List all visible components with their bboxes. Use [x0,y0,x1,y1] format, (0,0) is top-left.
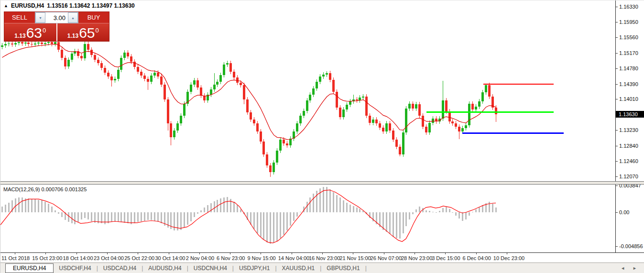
candle-body [71,54,73,60]
price-axis[interactable]: 1.163301.159501.155601.151701.147801.143… [615,0,644,252]
candle-body [451,121,454,123]
macd-histogram-bar [77,212,79,222]
macd-histogram-bar [286,212,288,230]
candle-body [133,62,136,67]
time-axis-tick [507,253,507,254]
macd-histogram-bar [223,197,225,212]
time-axis-tick [353,253,353,254]
candle-body [415,104,417,108]
time-axis[interactable]: 11 Oct 201815 Oct 23:0018 Oct 14:0023 Oc… [0,252,644,262]
candle-body [104,68,106,73]
volume-increase-button[interactable]: ▲ [68,12,78,23]
macd-histogram-bar [409,212,410,219]
tab-xauusd-h1[interactable]: XAUUSD,H1 [277,265,320,272]
candle-body [372,120,374,123]
time-axis-tick [322,253,323,254]
candle-body [226,63,229,65]
time-axis-tick [476,253,477,254]
time-axis-label: 9 Nov 15:00 [247,255,275,261]
candle-body [173,131,175,137]
tab-gbpusd-h1[interactable]: GBPUSD,H1 [321,265,365,272]
panel-divider[interactable] [0,181,644,185]
macd-histogram-bar [41,200,43,212]
macd-histogram-bar [28,198,29,212]
time-axis-tick [415,253,415,254]
candle-body [369,116,371,123]
macd-histogram-bar [465,212,467,219]
candle-body [485,85,487,92]
candle-body [306,100,308,111]
sell-button[interactable]: SELL [4,12,35,23]
candle-body [495,108,497,114]
tabs-scroll-left-icon[interactable]: ◄ [621,266,625,271]
ask-price-display[interactable]: 1.13650 [57,23,109,41]
candle-body [170,123,172,137]
candle-body [299,116,302,124]
macd-histogram-bar [359,209,360,212]
bid-price-display[interactable]: 1.13630 [4,23,56,41]
time-axis-label: 11 Oct 2018 [1,255,30,261]
candle-body [137,67,139,72]
macd-histogram-bar [151,212,152,220]
macd-histogram-bar [157,212,159,222]
candle-body [322,75,325,76]
candle-body [130,56,132,62]
tab-usdjpy-h1[interactable]: USDJPY,H1 [234,265,275,272]
price-axis-label: 1.15170 [619,50,638,56]
macd-axis-label: 0.00 [619,209,629,215]
price-axis-label: 1.14390 [619,81,638,87]
macd-histogram-bar [214,201,215,212]
tab-eurusd-h4[interactable]: EURUSD,H4 [5,263,54,273]
macd-histogram-bar [475,209,477,212]
candle-body [180,116,182,124]
macd-histogram-bar [263,212,264,240]
candle-body [229,63,232,72]
candle-body [326,73,328,75]
candle-body [422,116,424,127]
price-axis-label: 1.12460 [619,158,638,164]
macd-histogram-bar [31,199,33,212]
candle-body [418,104,421,115]
candle-body [455,123,457,127]
symbol-collapse-icon[interactable]: ▲ [4,3,8,8]
macd-histogram-bar [336,195,338,213]
volume-decrease-button[interactable]: ▼ [35,12,45,23]
tabs-scroll-right-icon[interactable]: ► [633,266,637,271]
tab-usdchf-h4[interactable]: USDCHF,H4 [54,265,96,272]
candle-body [67,60,70,66]
candle-body [27,43,30,44]
tab-separator: | [365,265,367,272]
candle-body [266,154,268,165]
candle-body [8,44,10,44]
ask-price-small: 1.13 [67,33,78,39]
macd-histogram-bar [81,212,82,219]
candle-body [312,88,315,95]
candle-body [349,101,351,105]
candle-body [471,104,474,110]
candle-body [425,127,427,132]
volume-input[interactable] [45,12,68,23]
tab-usdcnh-h4[interactable]: USDCNH,H4 [188,265,232,272]
tab-usdcad-h4[interactable]: USDCAD,H4 [98,265,142,272]
macd-histogram-bar [273,212,274,243]
ask-price-big: 65 [79,27,95,39]
candle-body [359,98,361,100]
bid-price-small: 1.13 [14,33,25,39]
macd-histogram-bar [141,212,142,221]
macd-histogram-bar [293,212,295,221]
macd-histogram-bar [449,209,450,212]
time-axis-tick [169,253,169,254]
macd-histogram-bar [91,212,92,221]
bid-price-big: 63 [26,27,42,39]
buy-button[interactable]: BUY [78,12,109,23]
candle-body [153,73,156,76]
time-axis-tick [45,253,46,254]
tab-audusd-h4[interactable]: AUDUSD,H4 [143,265,186,272]
candle-body [44,43,46,44]
time-axis-tick [230,253,230,254]
macd-histogram-bar [61,212,63,217]
candle-body [150,76,153,82]
macd-histogram-bar [8,203,10,212]
macd-histogram-bar [84,212,86,218]
macd-histogram-bar [452,212,453,213]
